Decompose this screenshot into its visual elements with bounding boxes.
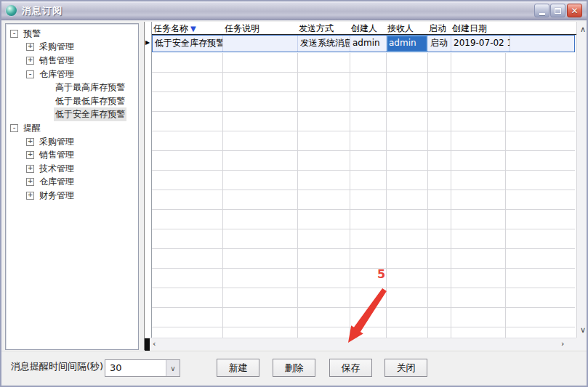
table-row[interactable]: 低于安全库存预警 发送系统消息 admin admin 启动 2019-07-0… (152, 35, 575, 52)
column-header-start[interactable]: 启动 (429, 23, 446, 35)
window-title: 消息订阅 (22, 4, 63, 17)
footer-bar: 消息提醒时间间隔(秒) 30 ∨ 新建 删除 保存 关闭 (1, 351, 587, 386)
close-icon: ✕ (571, 7, 578, 15)
tree-item-sales-mgmt-2[interactable]: +销售管理 (7, 148, 137, 162)
collapse-icon[interactable]: - (10, 30, 18, 38)
tree-item-tech-mgmt[interactable]: +技术管理 (7, 162, 137, 176)
interval-value: 30 (110, 362, 122, 373)
collapse-icon[interactable]: - (10, 124, 18, 132)
cell-receiver-selected[interactable]: admin (387, 36, 428, 52)
expand-icon[interactable]: + (26, 138, 34, 146)
save-button[interactable]: 保存 (329, 359, 372, 377)
minimize-icon (539, 13, 545, 15)
tree-item-below-min-stock[interactable]: 低于最低库存预警 (7, 94, 137, 108)
category-tree: -预警 +采购管理 +销售管理 -仓库管理 高于最高库存预警 低于最低库存预警 … (5, 23, 139, 350)
tree-item-above-max-stock[interactable]: 高于最高库存预警 (7, 81, 137, 94)
row-indicator-column (145, 22, 152, 338)
cell-send-method[interactable]: 发送系统消息 (298, 36, 350, 52)
cell-creator[interactable]: admin (350, 36, 387, 52)
task-grid: 任务名称▼ 任务说明 发送方式 创建人 接收人 启动 创建日期 ▶ 低于安全库存… (144, 22, 588, 350)
globe-icon (6, 5, 17, 16)
close-button[interactable]: ✕ (567, 4, 582, 17)
expand-icon[interactable]: + (26, 192, 34, 200)
interval-select[interactable]: 30 ∨ (105, 359, 180, 377)
grid-header-row: 任务名称▼ 任务说明 发送方式 创建人 接收人 启动 创建日期 (145, 22, 576, 35)
scroll-up-icon[interactable]: ∧ (577, 25, 588, 34)
sort-desc-icon: ▼ (190, 25, 196, 33)
current-row-marker-icon: ▶ (145, 39, 150, 46)
expand-icon[interactable]: + (26, 43, 34, 51)
tree-item-reminder[interactable]: -提醒 (7, 121, 137, 135)
maximize-button[interactable] (550, 4, 565, 17)
delete-button[interactable]: 删除 (273, 359, 315, 377)
column-header-task-desc[interactable]: 任务说明 (225, 23, 259, 35)
tree-item-below-safe-stock[interactable]: 低于安全库存预警 (7, 108, 137, 122)
vertical-scrollbar[interactable]: ∧ ∨ (576, 22, 588, 338)
expand-icon[interactable]: + (26, 57, 34, 65)
cell-task-desc[interactable] (223, 36, 298, 52)
column-header-create-date[interactable]: 创建日期 (452, 23, 487, 35)
horizontal-scrollbar[interactable]: ‹ › (145, 338, 576, 350)
cell-start[interactable]: 启动 (428, 36, 451, 52)
tree-item-finance-mgmt[interactable]: +财务管理 (7, 189, 137, 203)
tree-item-warning[interactable]: -预警 (7, 27, 137, 41)
tree-item-purchase-mgmt[interactable]: +采购管理 (7, 41, 137, 54)
column-header-send-method[interactable]: 发送方式 (299, 23, 334, 35)
close-dialog-button[interactable]: 关闭 (384, 359, 427, 377)
tree-item-warehouse-mgmt-2[interactable]: +仓库管理 (7, 176, 137, 190)
column-header-task-name[interactable]: 任务名称▼ (153, 23, 196, 35)
combo-dropdown-button[interactable]: ∨ (166, 360, 180, 376)
interval-label: 消息提醒时间间隔(秒) (11, 360, 103, 373)
column-header-receiver[interactable]: 接收人 (387, 23, 414, 35)
minimize-button[interactable] (534, 4, 549, 17)
message-subscription-dialog: 消息订阅 ✕ -预警 +采购管理 +销售管理 -仓库管理 高于最高库存预警 低于… (0, 0, 588, 387)
title-bar[interactable]: 消息订阅 ✕ (1, 1, 587, 20)
tree-item-purchase-mgmt-2[interactable]: +采购管理 (7, 135, 137, 149)
tree-item-sales-mgmt[interactable]: +销售管理 (7, 54, 137, 68)
grid-empty-rows (152, 53, 575, 338)
scroll-right-icon[interactable]: › (561, 339, 564, 349)
scrollbar-corner (576, 338, 588, 350)
new-button[interactable]: 新建 (217, 359, 259, 377)
expand-icon[interactable]: + (26, 151, 34, 159)
expand-icon[interactable]: + (26, 165, 34, 173)
column-header-creator[interactable]: 创建人 (351, 23, 377, 35)
chevron-down-icon: ∨ (170, 364, 175, 372)
cell-create-date[interactable]: 2019-07-02 1 (451, 36, 510, 52)
maximize-icon (555, 8, 561, 14)
scroll-left-icon[interactable]: ‹ (153, 339, 156, 349)
scrollbar-corner-block (145, 338, 150, 351)
scroll-down-icon[interactable]: ∨ (577, 325, 588, 335)
tree-item-warehouse-mgmt[interactable]: -仓库管理 (7, 68, 137, 81)
expand-icon[interactable]: + (26, 178, 34, 186)
annotation-step-number: 5 (377, 267, 385, 281)
collapse-icon[interactable]: - (26, 70, 34, 78)
cell-task-name[interactable]: 低于安全库存预警 (153, 36, 223, 52)
